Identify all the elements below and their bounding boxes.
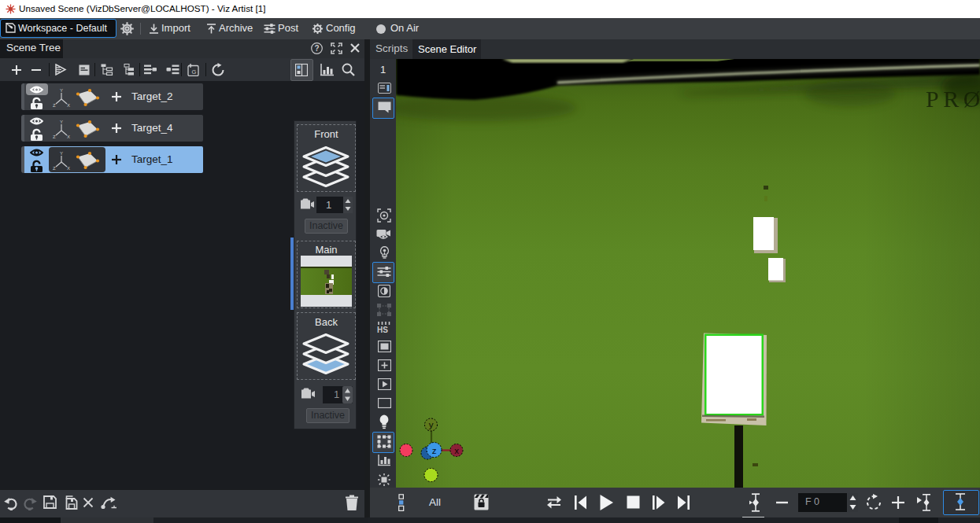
svg-text:X: X: [67, 166, 70, 171]
svg-text:Z: Z: [53, 103, 56, 108]
svg-text:Z: Z: [53, 134, 56, 139]
svg-text:Y: Y: [60, 88, 63, 93]
svg-text:y: y: [429, 420, 434, 429]
svg-text:G: G: [192, 68, 197, 76]
svg-text:HS: HS: [377, 326, 388, 334]
svg-text:Y: Y: [60, 120, 63, 124]
svg-text:X: X: [67, 134, 70, 139]
svg-text:Z: Z: [53, 166, 56, 171]
svg-text:x: x: [454, 446, 459, 455]
svg-text:z: z: [432, 446, 437, 455]
svg-text:X: X: [67, 103, 70, 108]
svg-text:?: ?: [314, 44, 319, 53]
svg-text:Y: Y: [60, 151, 63, 156]
